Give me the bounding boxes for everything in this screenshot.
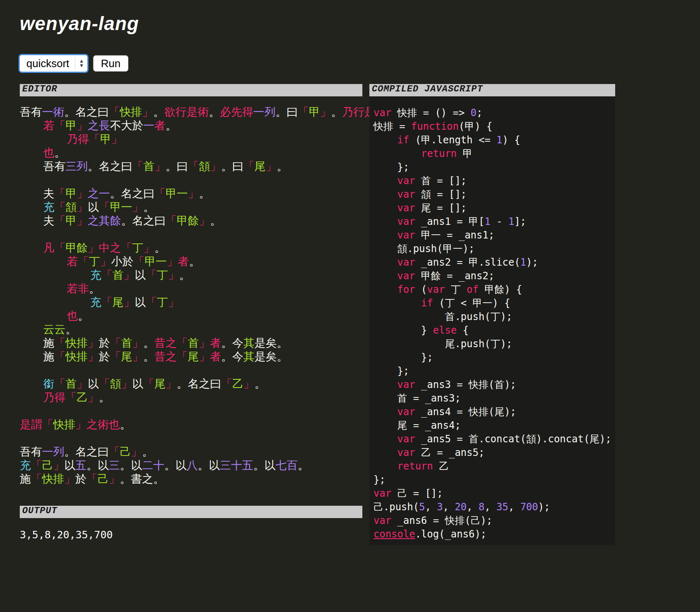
code-line: 凡「甲餘」中之「丁」。 xyxy=(20,241,362,255)
code-line: 若「甲」之長不大於一者。 xyxy=(20,119,362,133)
code-line: 銜「首」以「頷」以「尾」。名之曰「乙」。 xyxy=(20,377,362,391)
code-line: 云云。 xyxy=(20,323,362,336)
output-panel-header: OUTPUT xyxy=(20,506,362,518)
run-button[interactable]: Run xyxy=(93,55,128,72)
page-root: wenyan-lang quicksort ▲▼ Run EDITOR 吾有一術… xyxy=(0,0,700,562)
code-line xyxy=(20,173,362,187)
editor-panel-header: EDITOR xyxy=(20,84,362,96)
code-line: }; xyxy=(373,161,615,174)
editor-code[interactable]: 吾有一術。名之曰「快排」。欲行是術。必先得一列。曰「甲」。乃行是術曰。若「甲」之… xyxy=(20,105,362,486)
code-line: 吾有一術。名之曰「快排」。欲行是術。必先得一列。曰「甲」。乃行是術曰。 xyxy=(20,105,362,119)
js-code: var 快排 = () => 0;快排 = function(甲) { if (… xyxy=(369,106,615,541)
code-line: var 甲一 = _ans1; xyxy=(373,229,615,242)
code-line: console.log(_ans6); xyxy=(373,528,615,541)
code-line: for (var 丁 of 甲餘) { xyxy=(373,283,615,297)
code-line: 乃得「乙」。 xyxy=(20,391,362,404)
code-line: var 己 = []; xyxy=(373,487,615,500)
code-line xyxy=(20,228,362,241)
code-line xyxy=(20,404,362,418)
output-text: 3,5,8,20,35,700 xyxy=(20,529,362,541)
code-line: return 乙 xyxy=(373,460,615,473)
code-line: var _ans1 = 甲[1 - 1]; xyxy=(373,215,615,229)
code-line: 也。 xyxy=(20,309,362,323)
code-line: 吾有三列。名之曰「首」。曰「頷」。曰「尾」。 xyxy=(20,160,362,173)
code-line: 是謂「快排」之術也。 xyxy=(20,418,362,432)
code-line: var _ans2 = 甲.slice(1); xyxy=(373,256,615,269)
code-line: 快排 = function(甲) { xyxy=(373,120,615,133)
code-line: } else { xyxy=(373,324,615,337)
code-line: var _ans5 = 首.concat(頷).concat(尾); xyxy=(373,432,615,446)
code-line: var 快排 = () => 0; xyxy=(373,106,615,120)
code-line: 充「首」以「丁」。 xyxy=(20,269,362,282)
code-line: 夫「甲」之其餘。名之曰「甲餘」。 xyxy=(20,214,362,228)
code-line: var 甲餘 = _ans2; xyxy=(373,269,615,283)
code-line: 施「快排」於「己」。書之。 xyxy=(20,472,362,486)
page-title: wenyan-lang xyxy=(20,12,700,35)
code-line: 若「丁」小於「甲一」者。 xyxy=(20,255,362,269)
js-panel-header: COMPILED JAVASCRIPT xyxy=(369,84,615,96)
code-line: var _ans4 = 快排(尾); xyxy=(373,405,615,419)
code-line: return 甲 xyxy=(373,147,615,161)
main-columns: EDITOR 吾有一術。名之曰「快排」。欲行是術。必先得一列。曰「甲」。乃行是術… xyxy=(20,84,700,545)
code-line: 也。 xyxy=(20,146,362,160)
compiled-js-panel: COMPILED JAVASCRIPT var 快排 = () => 0;快排 … xyxy=(369,84,615,545)
code-line: var 尾 = []; xyxy=(373,201,615,215)
code-line: if (丁 < 甲一) { xyxy=(373,297,615,310)
code-line: 乃得「甲」 xyxy=(20,133,362,146)
code-line: 充「頷」以「甲一」。 xyxy=(20,201,362,214)
code-line: 施「快排」於「尾」。昔之「尾」者。今其是矣。 xyxy=(20,350,362,364)
code-line xyxy=(20,432,362,445)
code-line: 己.push(5, 3, 20, 8, 35, 700); xyxy=(373,500,615,514)
code-line: 首.push(丁); xyxy=(373,310,615,324)
code-line: 充「己」以五。以三。以二十。以八。以三十五。以七百。 xyxy=(20,459,362,472)
code-line: 若非。 xyxy=(20,282,362,296)
code-line: }; xyxy=(373,364,615,378)
example-select[interactable]: quicksort ▲▼ xyxy=(20,55,87,72)
code-line: 充「尾」以「丁」 xyxy=(20,296,362,309)
code-line: var 乙 = _ans5; xyxy=(373,446,615,460)
code-line: if (甲.length <= 1) { xyxy=(373,133,615,147)
code-line: 尾.push(丁); xyxy=(373,337,615,351)
code-line: 頷.push(甲一); xyxy=(373,242,615,256)
code-line: 施「快排」於「首」。昔之「首」者。今其是矣。 xyxy=(20,336,362,350)
code-line: }; xyxy=(373,473,615,487)
code-line: 尾 = _ans4; xyxy=(373,419,615,432)
code-line: var 首 = []; xyxy=(373,174,615,188)
code-line xyxy=(20,364,362,377)
example-select-value: quicksort xyxy=(26,57,75,70)
code-line: var _ans3 = 快排(首); xyxy=(373,378,615,392)
code-line: 首 = _ans3; xyxy=(373,392,615,405)
code-line: var 頷 = []; xyxy=(373,188,615,201)
editor-column: EDITOR 吾有一術。名之曰「快排」。欲行是術。必先得一列。曰「甲」。乃行是術… xyxy=(20,84,362,541)
code-line: 吾有一列。名之曰「己」。 xyxy=(20,445,362,459)
code-line: }; xyxy=(373,351,615,364)
select-up-down-icon: ▲▼ xyxy=(75,57,84,70)
code-line: 夫「甲」之一。名之曰「甲一」。 xyxy=(20,187,362,201)
code-line: var _ans6 = 快排(己); xyxy=(373,514,615,528)
toolbar: quicksort ▲▼ Run xyxy=(20,54,700,72)
